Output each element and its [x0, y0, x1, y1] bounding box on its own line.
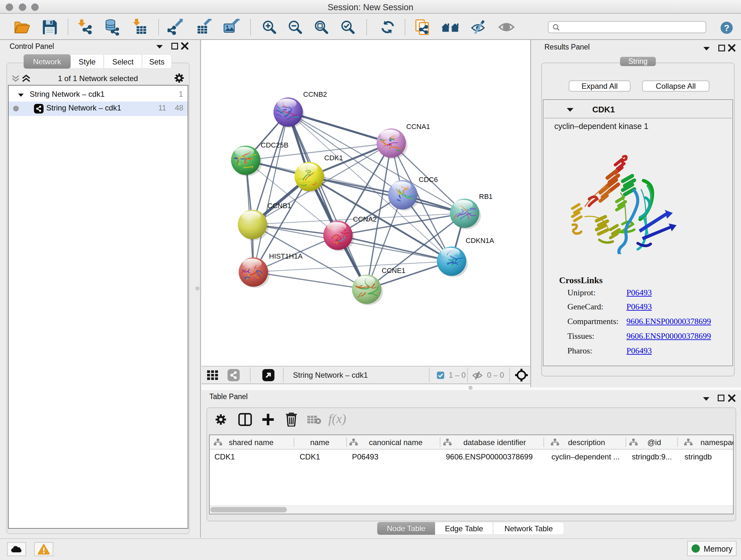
svg-text:CCNB2: CCNB2: [303, 90, 327, 98]
svg-text:CCNA2: CCNA2: [353, 215, 377, 223]
svg-text:CCNA1: CCNA1: [406, 123, 430, 131]
svg-text:RB1: RB1: [479, 192, 493, 200]
svg-text:CCNE1: CCNE1: [382, 266, 406, 274]
svg-text:CDC6: CDC6: [419, 176, 438, 184]
svg-text:HIST1H1A: HIST1H1A: [269, 252, 302, 260]
svg-text:CDKN1A: CDKN1A: [466, 237, 494, 245]
svg-text:CDC25B: CDC25B: [261, 141, 288, 149]
svg-text:CCNB1: CCNB1: [267, 202, 291, 210]
svg-text:CDK1: CDK1: [324, 154, 343, 162]
